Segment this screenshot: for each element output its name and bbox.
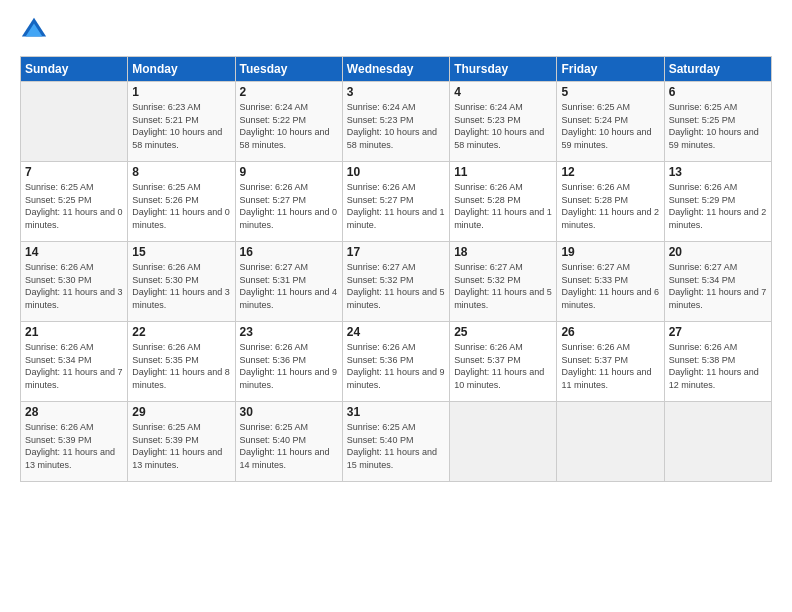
calendar-cell: 2Sunrise: 6:24 AMSunset: 5:22 PMDaylight…	[235, 82, 342, 162]
day-number: 14	[25, 245, 123, 259]
day-info: Sunrise: 6:24 AMSunset: 5:23 PMDaylight:…	[347, 101, 445, 151]
calendar-cell: 31Sunrise: 6:25 AMSunset: 5:40 PMDayligh…	[342, 402, 449, 482]
day-info: Sunrise: 6:26 AMSunset: 5:29 PMDaylight:…	[669, 181, 767, 231]
calendar-cell: 7Sunrise: 6:25 AMSunset: 5:25 PMDaylight…	[21, 162, 128, 242]
day-number: 15	[132, 245, 230, 259]
day-info: Sunrise: 6:25 AMSunset: 5:25 PMDaylight:…	[669, 101, 767, 151]
day-info: Sunrise: 6:23 AMSunset: 5:21 PMDaylight:…	[132, 101, 230, 151]
day-info: Sunrise: 6:25 AMSunset: 5:26 PMDaylight:…	[132, 181, 230, 231]
day-number: 26	[561, 325, 659, 339]
day-info: Sunrise: 6:25 AMSunset: 5:39 PMDaylight:…	[132, 421, 230, 471]
day-number: 17	[347, 245, 445, 259]
day-info: Sunrise: 6:26 AMSunset: 5:36 PMDaylight:…	[240, 341, 338, 391]
calendar-cell: 6Sunrise: 6:25 AMSunset: 5:25 PMDaylight…	[664, 82, 771, 162]
day-number: 6	[669, 85, 767, 99]
day-info: Sunrise: 6:26 AMSunset: 5:27 PMDaylight:…	[240, 181, 338, 231]
day-number: 28	[25, 405, 123, 419]
day-info: Sunrise: 6:26 AMSunset: 5:38 PMDaylight:…	[669, 341, 767, 391]
day-number: 30	[240, 405, 338, 419]
day-number: 2	[240, 85, 338, 99]
calendar-cell: 16Sunrise: 6:27 AMSunset: 5:31 PMDayligh…	[235, 242, 342, 322]
header	[20, 16, 772, 44]
day-number: 23	[240, 325, 338, 339]
day-info: Sunrise: 6:25 AMSunset: 5:25 PMDaylight:…	[25, 181, 123, 231]
calendar-cell: 15Sunrise: 6:26 AMSunset: 5:30 PMDayligh…	[128, 242, 235, 322]
weekday-header-friday: Friday	[557, 57, 664, 82]
day-number: 13	[669, 165, 767, 179]
day-info: Sunrise: 6:26 AMSunset: 5:39 PMDaylight:…	[25, 421, 123, 471]
calendar-cell: 13Sunrise: 6:26 AMSunset: 5:29 PMDayligh…	[664, 162, 771, 242]
calendar-cell: 27Sunrise: 6:26 AMSunset: 5:38 PMDayligh…	[664, 322, 771, 402]
day-info: Sunrise: 6:27 AMSunset: 5:32 PMDaylight:…	[347, 261, 445, 311]
day-info: Sunrise: 6:25 AMSunset: 5:40 PMDaylight:…	[240, 421, 338, 471]
day-number: 5	[561, 85, 659, 99]
day-number: 7	[25, 165, 123, 179]
day-info: Sunrise: 6:26 AMSunset: 5:37 PMDaylight:…	[454, 341, 552, 391]
weekday-header-tuesday: Tuesday	[235, 57, 342, 82]
calendar-cell	[557, 402, 664, 482]
calendar-cell: 29Sunrise: 6:25 AMSunset: 5:39 PMDayligh…	[128, 402, 235, 482]
calendar-cell: 14Sunrise: 6:26 AMSunset: 5:30 PMDayligh…	[21, 242, 128, 322]
day-info: Sunrise: 6:26 AMSunset: 5:28 PMDaylight:…	[561, 181, 659, 231]
calendar-week-row: 14Sunrise: 6:26 AMSunset: 5:30 PMDayligh…	[21, 242, 772, 322]
day-info: Sunrise: 6:26 AMSunset: 5:30 PMDaylight:…	[25, 261, 123, 311]
calendar-cell: 24Sunrise: 6:26 AMSunset: 5:36 PMDayligh…	[342, 322, 449, 402]
calendar-cell	[664, 402, 771, 482]
calendar-cell	[450, 402, 557, 482]
calendar-cell: 20Sunrise: 6:27 AMSunset: 5:34 PMDayligh…	[664, 242, 771, 322]
day-number: 8	[132, 165, 230, 179]
day-info: Sunrise: 6:26 AMSunset: 5:35 PMDaylight:…	[132, 341, 230, 391]
weekday-header-sunday: Sunday	[21, 57, 128, 82]
day-info: Sunrise: 6:26 AMSunset: 5:34 PMDaylight:…	[25, 341, 123, 391]
calendar-week-row: 28Sunrise: 6:26 AMSunset: 5:39 PMDayligh…	[21, 402, 772, 482]
day-number: 3	[347, 85, 445, 99]
day-number: 22	[132, 325, 230, 339]
day-number: 19	[561, 245, 659, 259]
calendar-table: SundayMondayTuesdayWednesdayThursdayFrid…	[20, 56, 772, 482]
calendar-cell: 25Sunrise: 6:26 AMSunset: 5:37 PMDayligh…	[450, 322, 557, 402]
logo-icon	[20, 16, 48, 44]
day-number: 25	[454, 325, 552, 339]
day-info: Sunrise: 6:25 AMSunset: 5:40 PMDaylight:…	[347, 421, 445, 471]
day-number: 21	[25, 325, 123, 339]
day-number: 24	[347, 325, 445, 339]
calendar-cell: 30Sunrise: 6:25 AMSunset: 5:40 PMDayligh…	[235, 402, 342, 482]
calendar-cell: 11Sunrise: 6:26 AMSunset: 5:28 PMDayligh…	[450, 162, 557, 242]
logo	[20, 16, 52, 44]
calendar-cell: 26Sunrise: 6:26 AMSunset: 5:37 PMDayligh…	[557, 322, 664, 402]
day-number: 1	[132, 85, 230, 99]
calendar-cell: 10Sunrise: 6:26 AMSunset: 5:27 PMDayligh…	[342, 162, 449, 242]
day-number: 27	[669, 325, 767, 339]
calendar-cell: 3Sunrise: 6:24 AMSunset: 5:23 PMDaylight…	[342, 82, 449, 162]
calendar-cell: 9Sunrise: 6:26 AMSunset: 5:27 PMDaylight…	[235, 162, 342, 242]
day-number: 20	[669, 245, 767, 259]
day-number: 12	[561, 165, 659, 179]
calendar-cell: 22Sunrise: 6:26 AMSunset: 5:35 PMDayligh…	[128, 322, 235, 402]
day-number: 29	[132, 405, 230, 419]
day-info: Sunrise: 6:26 AMSunset: 5:27 PMDaylight:…	[347, 181, 445, 231]
calendar-week-row: 1Sunrise: 6:23 AMSunset: 5:21 PMDaylight…	[21, 82, 772, 162]
day-info: Sunrise: 6:26 AMSunset: 5:37 PMDaylight:…	[561, 341, 659, 391]
weekday-header-saturday: Saturday	[664, 57, 771, 82]
calendar-week-row: 7Sunrise: 6:25 AMSunset: 5:25 PMDaylight…	[21, 162, 772, 242]
day-number: 10	[347, 165, 445, 179]
calendar-cell: 19Sunrise: 6:27 AMSunset: 5:33 PMDayligh…	[557, 242, 664, 322]
day-number: 18	[454, 245, 552, 259]
calendar-cell: 17Sunrise: 6:27 AMSunset: 5:32 PMDayligh…	[342, 242, 449, 322]
calendar-week-row: 21Sunrise: 6:26 AMSunset: 5:34 PMDayligh…	[21, 322, 772, 402]
day-info: Sunrise: 6:24 AMSunset: 5:23 PMDaylight:…	[454, 101, 552, 151]
calendar-header-row: SundayMondayTuesdayWednesdayThursdayFrid…	[21, 57, 772, 82]
weekday-header-monday: Monday	[128, 57, 235, 82]
day-number: 31	[347, 405, 445, 419]
day-info: Sunrise: 6:27 AMSunset: 5:33 PMDaylight:…	[561, 261, 659, 311]
day-number: 4	[454, 85, 552, 99]
calendar-cell	[21, 82, 128, 162]
weekday-header-wednesday: Wednesday	[342, 57, 449, 82]
day-info: Sunrise: 6:27 AMSunset: 5:31 PMDaylight:…	[240, 261, 338, 311]
day-info: Sunrise: 6:26 AMSunset: 5:28 PMDaylight:…	[454, 181, 552, 231]
day-info: Sunrise: 6:27 AMSunset: 5:32 PMDaylight:…	[454, 261, 552, 311]
calendar-cell: 5Sunrise: 6:25 AMSunset: 5:24 PMDaylight…	[557, 82, 664, 162]
calendar-cell: 1Sunrise: 6:23 AMSunset: 5:21 PMDaylight…	[128, 82, 235, 162]
calendar-cell: 18Sunrise: 6:27 AMSunset: 5:32 PMDayligh…	[450, 242, 557, 322]
day-info: Sunrise: 6:26 AMSunset: 5:36 PMDaylight:…	[347, 341, 445, 391]
